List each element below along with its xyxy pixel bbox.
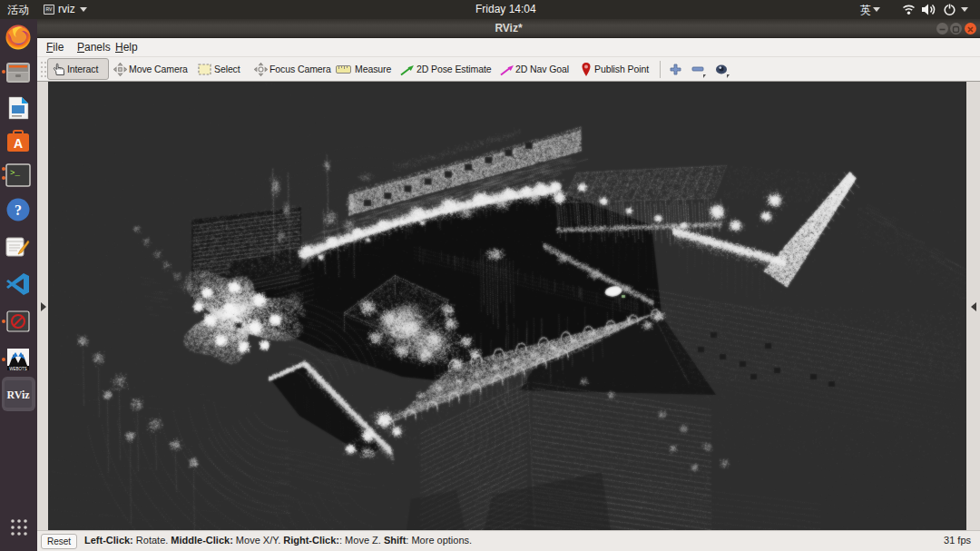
svg-text:WEBOTS: WEBOTS bbox=[9, 367, 27, 371]
svg-text:RViz: RViz bbox=[6, 389, 30, 401]
svg-text:?: ? bbox=[15, 202, 22, 218]
svg-text:>_: >_ bbox=[10, 169, 20, 178]
svg-text:A: A bbox=[14, 136, 23, 151]
